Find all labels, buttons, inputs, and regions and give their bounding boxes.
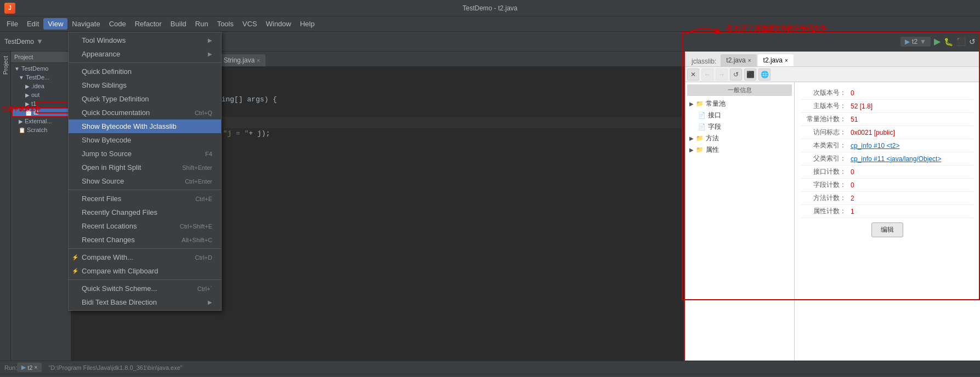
detail-row-minor: 次版本号： 0 [801,87,973,100]
sidebar: Project [0,52,11,361]
menu-window[interactable]: Window [262,18,296,30]
tree-item-scratch[interactable]: 📋 Scratch [12,125,70,134]
menu-item-appearance[interactable]: Appearance ▶ [69,47,221,61]
jcl-close-button[interactable]: ✕ [687,68,699,81]
detail-row-methodcount: 方法计数： 2 [801,192,973,205]
update-button[interactable]: ↺ [969,37,976,46]
tree-item-t1[interactable]: ▶ t1 [12,99,70,108]
menu-item-compare-clipboard[interactable]: ⚡ Compare with Clipboard [69,264,221,278]
menu-edit[interactable]: Edit [22,18,43,30]
jcl-browse-button[interactable]: 🌐 [758,68,771,81]
menu-item-compare-with[interactable]: ⚡ Compare With... Ctrl+D [69,250,221,264]
menu-file[interactable]: File [2,18,22,30]
jclasslib-tab-source[interactable]: t2.java × [721,54,756,66]
menu-item-bidi-text[interactable]: Bidi Text Base Direction ▶ [69,295,221,309]
menu-item-show-bytecode[interactable]: Show Bytecode [69,133,221,147]
detail-value-link[interactable]: cp_info #11 <java/lang/Object> [851,155,941,163]
menu-item-recent-changes[interactable]: Recent Changes Alt+Shift+C [69,233,221,247]
tab-close-icon[interactable]: × [748,58,751,64]
shortcut-label: Ctrl+D [195,254,212,261]
menu-navigate[interactable]: Navigate [67,18,104,30]
jcl-save-button[interactable]: ⬛ [744,68,756,81]
jcl-back-button[interactable]: ← [701,68,713,81]
tree-item-testdemo[interactable]: ▼ TestDemo [12,64,70,73]
detail-value-link[interactable]: cp_info #10 <t2> [851,142,899,150]
sidebar-project-label[interactable]: Project [0,54,11,77]
detail-value: 52 [1.8] [851,102,873,110]
jclasslib-label: jclasslib: [687,56,721,66]
menu-item-show-siblings[interactable]: Show Siblings [69,78,221,92]
menu-item-label: Recently Changed Files [82,208,157,216]
tree-item-external[interactable]: ▶ External... [12,117,70,125]
menu-item-show-source[interactable]: Show Source Ctrl+Enter [69,174,221,188]
jclasslib-tab-bytecode[interactable]: t2.java × [758,54,794,66]
tree-item-out[interactable]: ▶ out [12,90,70,99]
jclasslib-panel: jclasslib: t2.java × t2.java × ✕ ← → ↺ ⬛… [684,52,980,361]
detail-value: 2 [851,195,854,202]
shortcut-label: Ctrl+Shift+E [180,223,212,230]
tree-item-idea[interactable]: ▶ .idea [12,82,70,90]
menu-view[interactable]: View [43,18,67,30]
run-config-selector[interactable]: ▶ t2 ▼ [900,37,931,47]
run-label: Run: [4,364,17,371]
run-config-label: t2 [912,38,917,45]
menu-item-quick-definition[interactable]: Quick Definition [69,65,221,78]
tab-label: String.java [224,56,255,64]
menu-item-label: Show Bytecode [82,136,131,144]
menu-item-show-bytecode-jclasslib[interactable]: Show Bytecode With Jclasslib [69,119,221,133]
dropdown-overlay: Tool Windows ▶ Appearance ▶ Quick Defini… [68,32,222,311]
jcl-tree-item-method[interactable]: ▶ 📁 方法 [687,133,792,144]
menu-code[interactable]: Code [105,18,131,30]
menu-help[interactable]: Help [296,18,319,30]
menu-item-recently-changed[interactable]: Recently Changed Files [69,205,221,219]
tree-label: out [31,92,39,98]
detail-value: 0 [851,181,854,189]
run-tab-icon: ▶ [21,364,26,371]
menu-item-jump-to-source[interactable]: Jump to Source F4 [69,147,221,161]
tree-item-t2[interactable]: 📄 t2 [12,108,70,117]
tab-close-icon[interactable]: × [785,58,788,64]
jcl-edit-button[interactable]: 编辑 [871,222,903,237]
run-tab-close[interactable]: × [34,364,37,370]
menu-item-quick-switch[interactable]: Quick Switch Scheme... Ctrl+` [69,282,221,295]
jcl-tree-item-constpool[interactable]: ▶ 📁 常量池 [687,98,792,110]
menu-item-label: Quick Type Definition [82,95,149,103]
menu-item-open-right-split[interactable]: Open in Right Split Shift+Enter [69,161,221,174]
shortcut-label: Ctrl+E [195,196,212,202]
menu-run[interactable]: Run [191,18,213,30]
menu-item-quick-doc[interactable]: Quick Documentation Ctrl+Q [69,106,221,119]
menu-item-recent-locations[interactable]: Recent Locations Ctrl+Shift+E [69,219,221,233]
menu-item-quick-type-def[interactable]: Quick Type Definition [69,92,221,106]
detail-value: 0 [851,168,854,176]
menu-refactor[interactable]: Refactor [131,18,166,30]
menu-build[interactable]: Build [166,18,191,30]
run-button[interactable]: ▶ [934,36,941,47]
project-panel-header: Project [11,52,71,63]
tree-item-label: 常量池 [706,99,726,108]
debug-button[interactable]: 🐛 [944,37,953,46]
submenu-arrow-icon: ▶ [208,299,212,305]
tab-close-icon[interactable]: × [257,58,260,64]
menu-vcs[interactable]: VCS [238,18,262,30]
jcl-tree-item-attr[interactable]: ▶ 📁 属性 [687,144,792,156]
jcl-refresh-button[interactable]: ↺ [730,68,742,81]
detail-label: 属性计数： [801,207,851,216]
folder-icon: ▶ [25,83,30,89]
tree-item-label: 接口 [708,111,721,120]
menu-item-label: Compare With... [82,253,133,261]
jcl-detail: 次版本号： 0 主版本号： 52 [1.8] 常量池计数： 51 访问标志： 0… [795,82,980,361]
stop-button[interactable]: ⬛ [956,37,966,46]
tree-item-module[interactable]: ▼ TestDe... [12,73,70,82]
detail-row-fieldcount: 字段计数： 0 [801,179,973,192]
menu-item-tool-windows[interactable]: Tool Windows ▶ [69,33,221,47]
menu-item-recent-files[interactable]: Recent Files Ctrl+E [69,192,221,205]
jcl-tree-item-field[interactable]: 📄 字段 [687,121,792,133]
jclasslib-tabs: jclasslib: t2.java × t2.java × [685,52,980,67]
annotation-opened-bytecode: ④ 打开了所选源文件的字节码文件 [680,21,826,37]
run-tab[interactable]: ▶ t2 × [17,363,42,372]
menu-tools[interactable]: Tools [213,18,238,30]
jcl-tree-item-interface[interactable]: 📄 接口 [687,110,792,121]
menu-item-label: Show Source [82,177,124,185]
shortcut-label: Shift+Enter [182,164,212,171]
jcl-forward-button[interactable]: → [716,68,728,81]
